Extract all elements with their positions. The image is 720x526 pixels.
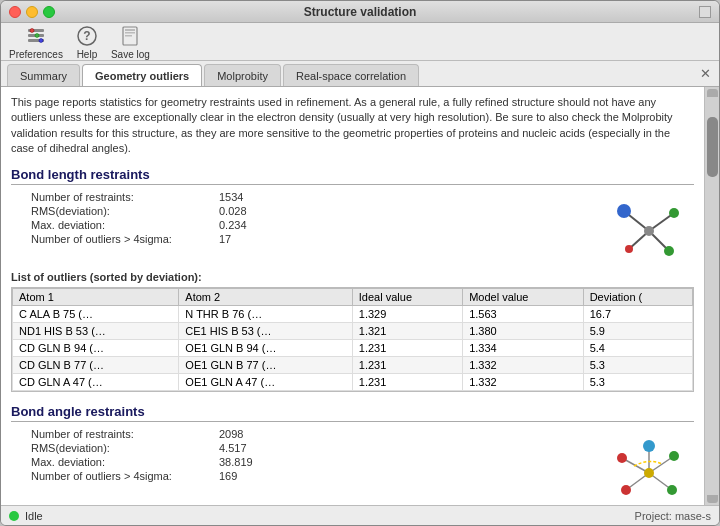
bl-stat-value-2: 0.234 [219,219,594,231]
bond-length-table-container[interactable]: Atom 1 Atom 2 Ideal value Model value De… [11,287,694,392]
preferences-icon [24,24,48,48]
bl-stat-label-2: Max. deviation: [31,219,211,231]
svg-point-17 [669,208,679,218]
bond-length-outliers-label: List of outliers (sorted by deviation): [11,271,694,283]
svg-point-4 [35,33,39,37]
bl-stat-value-1: 0.028 [219,205,594,217]
help-button[interactable]: ? Help [75,24,99,60]
save-log-label: Save log [111,49,150,60]
ba-stat-label-0: Number of restraints: [31,428,211,440]
svg-point-16 [617,204,631,218]
help-icon: ? [75,24,99,48]
tab-close-icon[interactable]: ✕ [700,66,711,81]
bl-stat-label-3: Number of outliers > 4sigma: [31,233,211,245]
bond-length-molecule-image [604,191,694,271]
status-indicator-icon [9,511,19,521]
table-row: CD GLN B 94 (… OE1 GLN B 94 (… 1.231 1.3… [13,339,693,356]
svg-point-3 [30,28,34,32]
svg-point-5 [39,38,43,42]
svg-point-28 [667,485,677,495]
svg-rect-9 [125,29,135,31]
svg-point-29 [621,485,631,495]
svg-point-26 [617,453,627,463]
description-text: This page reports statistics for geometr… [11,95,694,157]
status-idle-label: Idle [25,510,43,522]
preferences-label: Preferences [9,49,63,60]
col-deviation: Deviation ( [583,288,692,305]
window-resize-handle[interactable] [699,6,711,18]
svg-text:?: ? [83,29,90,43]
svg-point-19 [625,245,633,253]
col-model: Model value [463,288,584,305]
ba-stat-label-3: Number of outliers > 4sigma: [31,470,211,482]
scrollbar-thumb[interactable] [707,117,718,177]
table-row: ND1 HIS B 53 (… CE1 HIS B 53 (… 1.321 1.… [13,322,693,339]
status-project-label: Project: mase-s [635,510,711,522]
save-log-button[interactable]: Save log [111,24,150,60]
tabs-bar: Summary Geometry outliers Molprobity Rea… [1,61,719,87]
ba-stat-label-2: Max. deviation: [31,456,211,468]
save-log-icon [118,24,142,48]
table-row: CD GLN B 77 (… OE1 GLN B 77 (… 1.231 1.3… [13,356,693,373]
svg-rect-10 [125,32,135,34]
bond-angle-section: Number of restraints: 2098 RMS(deviation… [11,428,694,505]
title-bar: Structure validation [1,1,719,23]
svg-point-30 [643,440,655,452]
main-window: Structure validation Preferences [0,0,720,526]
svg-point-20 [644,226,654,236]
bond-length-title: Bond length restraints [11,167,694,185]
bond-angle-title: Bond angle restraints [11,404,694,422]
bond-length-section: Number of restraints: 1534 RMS(deviation… [11,191,694,271]
status-bar: Idle Project: mase-s [1,505,719,525]
svg-rect-11 [125,35,132,37]
table-row: C ALA B 75 (… N THR B 76 (… 1.329 1.563 … [13,305,693,322]
col-atom2: Atom 2 [179,288,352,305]
bl-stat-value-3: 17 [219,233,594,245]
svg-point-18 [664,246,674,256]
col-ideal: Ideal value [352,288,462,305]
main-scroll[interactable]: This page reports statistics for geometr… [1,87,704,505]
tab-summary[interactable]: Summary [7,64,80,86]
preferences-button[interactable]: Preferences [9,24,63,60]
maximize-button[interactable] [43,6,55,18]
svg-point-31 [644,468,654,478]
tab-real-space-correlation[interactable]: Real-space correlation [283,64,419,86]
bl-stat-value-0: 1534 [219,191,594,203]
ba-stat-value-3: 169 [219,470,594,482]
bond-length-table: Atom 1 Atom 2 Ideal value Model value De… [12,288,693,391]
bl-stat-label-0: Number of restraints: [31,191,211,203]
window-title: Structure validation [304,5,417,19]
bond-angle-molecule-image [604,428,694,505]
content-area: This page reports statistics for geometr… [1,87,719,505]
close-button[interactable] [9,6,21,18]
table-row: CD GLN A 47 (… OE1 GLN A 47 (… 1.231 1.3… [13,373,693,390]
bond-length-stats: Number of restraints: 1534 RMS(deviation… [11,191,594,245]
toolbar: Preferences ? Help Save log [1,23,719,61]
tab-geometry-outliers[interactable]: Geometry outliers [82,64,202,86]
ba-stat-value-0: 2098 [219,428,594,440]
bl-stat-label-1: RMS(deviation): [31,205,211,217]
scrollbar-track[interactable] [704,87,719,505]
minimize-button[interactable] [26,6,38,18]
help-label: Help [77,49,98,60]
col-atom1: Atom 1 [13,288,179,305]
svg-point-27 [669,451,679,461]
bond-angle-stats: Number of restraints: 2098 RMS(deviation… [11,428,594,482]
ba-stat-value-2: 38.819 [219,456,594,468]
ba-stat-label-1: RMS(deviation): [31,442,211,454]
tab-molprobity[interactable]: Molprobity [204,64,281,86]
traffic-lights [9,6,55,18]
ba-stat-value-1: 4.517 [219,442,594,454]
